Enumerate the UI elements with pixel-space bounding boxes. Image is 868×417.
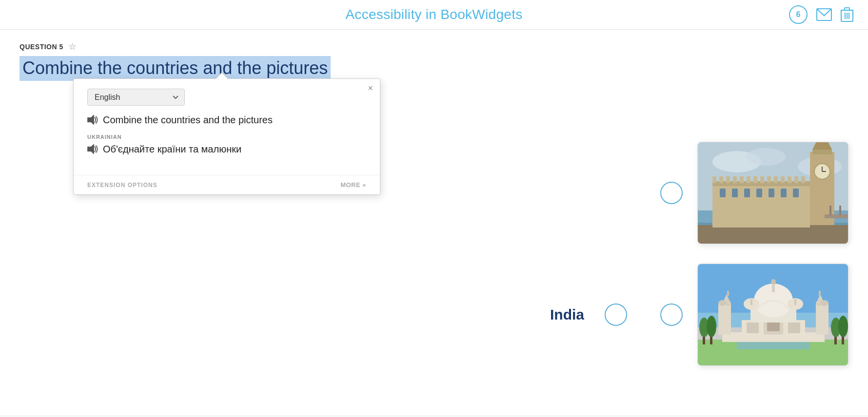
svg-rect-63 xyxy=(819,291,821,296)
match-row-2-left: India xyxy=(20,303,646,326)
language-select[interactable]: English Ukrainian xyxy=(87,89,185,106)
svg-rect-69 xyxy=(747,322,759,333)
image-westminster xyxy=(697,142,848,244)
svg-rect-30 xyxy=(747,176,750,183)
svg-marker-7 xyxy=(88,115,94,124)
svg-rect-36 xyxy=(788,176,791,183)
header-actions: 6 xyxy=(789,5,853,24)
svg-rect-33 xyxy=(767,176,771,183)
svg-rect-37 xyxy=(794,176,798,183)
svg-rect-24 xyxy=(793,189,799,197)
svg-rect-48 xyxy=(839,206,841,215)
question-label: QUESTION 5 ☆ xyxy=(20,41,848,52)
popup-body: English Ukrainian Combine the countries … xyxy=(74,79,380,171)
popup-footer: EXTENSION OPTIONS MORE » xyxy=(74,175,380,194)
svg-rect-47 xyxy=(829,206,831,215)
svg-rect-25 xyxy=(712,176,716,183)
match-row-2: India xyxy=(20,264,848,366)
svg-rect-46 xyxy=(825,214,848,218)
svg-rect-68 xyxy=(767,322,780,331)
ukrainian-text: Об'єднайте країни та малюнки xyxy=(103,144,241,155)
svg-rect-57 xyxy=(727,291,729,296)
svg-rect-22 xyxy=(769,189,774,197)
speaker-icon-ukrainian[interactable] xyxy=(87,144,98,156)
svg-marker-8 xyxy=(88,145,94,153)
svg-rect-58 xyxy=(718,303,727,335)
svg-rect-78 xyxy=(794,299,796,305)
accessibility-popup: × English Ukrainian Combine the countrie… xyxy=(73,78,380,195)
svg-rect-40 xyxy=(812,150,832,154)
more-button[interactable]: MORE » xyxy=(340,181,366,189)
trash-button[interactable] xyxy=(841,7,853,22)
radio-left-2[interactable] xyxy=(605,303,627,326)
star-icon[interactable]: ☆ xyxy=(68,41,77,52)
svg-rect-21 xyxy=(756,189,762,197)
svg-rect-20 xyxy=(744,189,750,197)
question-title: Combine the countries and the pictures xyxy=(20,56,331,81)
header: Accessibility in BookWidgets 6 xyxy=(0,0,868,30)
svg-rect-26 xyxy=(719,176,723,183)
svg-point-11 xyxy=(747,148,786,166)
question-count-badge[interactable]: 6 xyxy=(789,5,808,24)
image-taj xyxy=(697,264,848,366)
svg-rect-29 xyxy=(740,176,744,183)
country-india: India xyxy=(550,306,584,323)
svg-rect-28 xyxy=(733,176,737,183)
svg-point-74 xyxy=(771,279,776,284)
svg-rect-76 xyxy=(750,299,752,305)
svg-rect-70 xyxy=(788,322,800,333)
svg-point-82 xyxy=(707,316,716,337)
svg-rect-23 xyxy=(781,189,787,197)
svg-rect-18 xyxy=(720,189,726,197)
email-button[interactable] xyxy=(816,8,832,21)
radio-right-1[interactable] xyxy=(660,182,683,204)
svg-rect-19 xyxy=(732,189,738,197)
popup-close-button[interactable]: × xyxy=(368,84,373,93)
svg-rect-34 xyxy=(774,176,778,183)
main-content: QUESTION 5 ☆ Combine the countries and t… xyxy=(0,30,868,415)
svg-rect-32 xyxy=(760,176,764,183)
svg-point-59 xyxy=(718,300,727,306)
svg-rect-31 xyxy=(753,176,757,183)
radio-right-2[interactable] xyxy=(660,303,683,326)
extension-options-label: EXTENSION OPTIONS xyxy=(87,182,158,189)
ukrainian-text-item: Об'єднайте країни та малюнки xyxy=(87,144,366,156)
svg-rect-35 xyxy=(781,176,785,183)
svg-point-65 xyxy=(820,300,829,306)
svg-rect-38 xyxy=(801,176,805,183)
english-text: Combine the countries and the pictures xyxy=(103,114,273,126)
svg-rect-64 xyxy=(820,303,829,335)
svg-rect-27 xyxy=(726,176,730,183)
speaker-icon-english[interactable] xyxy=(87,115,98,127)
page-title: Accessibility in BookWidgets xyxy=(345,7,522,22)
svg-rect-3 xyxy=(845,8,849,10)
svg-point-86 xyxy=(838,316,848,337)
ukrainian-section-label: UKRAINIAN xyxy=(87,134,366,140)
svg-rect-15 xyxy=(698,225,848,244)
english-text-item: Combine the countries and the pictures xyxy=(87,114,366,127)
question-number: QUESTION 5 xyxy=(20,43,63,51)
